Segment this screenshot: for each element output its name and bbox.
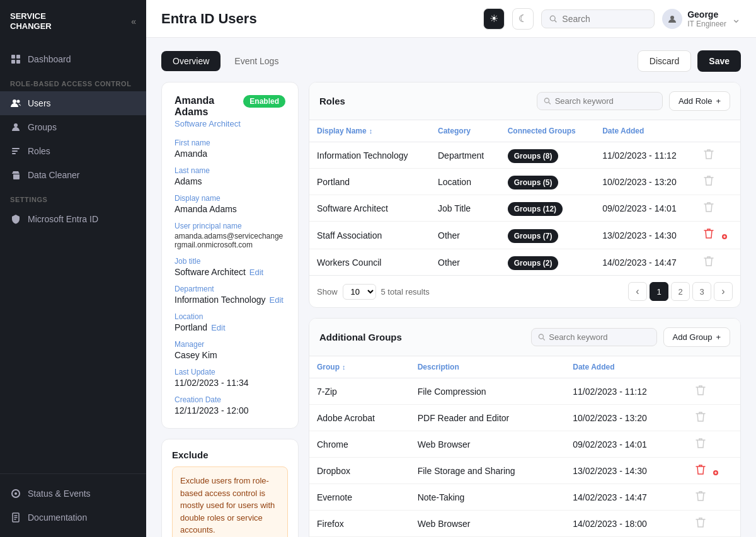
logo-area: SERVICE CHANGER « xyxy=(0,0,146,42)
role-actions xyxy=(696,222,740,249)
add-role-button[interactable]: Add Role + xyxy=(669,91,730,111)
sidebar-item-label: Documentation xyxy=(28,512,87,523)
sidebar-item-data-cleaner[interactable]: Data Cleaner xyxy=(0,163,146,187)
delete-button[interactable] xyxy=(704,178,714,188)
display-name-value: Amanda Adams xyxy=(175,204,285,214)
tabs-bar: Overview Event Logs Discard Save xyxy=(161,50,741,72)
groups-search-input[interactable] xyxy=(549,332,650,342)
users-icon xyxy=(10,98,21,109)
roles-pagination: Show 10 25 50 5 total results ‹ 1 2 xyxy=(309,275,740,307)
prev-page-button[interactable]: ‹ xyxy=(628,282,647,301)
last-name-value: Adams xyxy=(175,176,285,186)
delete-button[interactable] xyxy=(704,229,727,242)
discard-button[interactable]: Discard xyxy=(638,50,691,72)
roles-title: Roles xyxy=(319,96,345,106)
location-edit-link[interactable]: Edit xyxy=(211,323,225,332)
exclude-card: Exclude Exclude users from role-based ac… xyxy=(161,439,299,537)
rbac-section-label: ROLE-BASED ACCESS CONTROL xyxy=(0,71,146,91)
page-1-button[interactable]: 1 xyxy=(650,282,668,301)
roles-search-input[interactable] xyxy=(555,96,656,106)
sidebar-item-status-events[interactable]: Status & Events xyxy=(0,482,146,506)
sidebar-item-roles[interactable]: Roles xyxy=(0,139,146,163)
delete-button[interactable] xyxy=(696,520,706,530)
global-search-box[interactable] xyxy=(541,9,655,28)
global-search-input[interactable] xyxy=(562,14,646,24)
sidebar-item-label: Dashboard xyxy=(28,54,71,64)
user-header: Amanda Adams Software Architect Enabled xyxy=(175,95,285,128)
roles-search-box[interactable] xyxy=(537,92,663,110)
sidebar: SERVICE CHANGER « Dashboard ROLE-BASED A… xyxy=(0,0,146,537)
page-2-button[interactable]: 2 xyxy=(671,282,690,301)
user-role: IT Engineer xyxy=(687,20,726,28)
search-icon xyxy=(538,333,546,341)
group-actions xyxy=(688,458,740,484)
group-name: Evernote xyxy=(309,484,410,511)
col-actions xyxy=(688,356,740,378)
sidebar-nav: Dashboard ROLE-BASED ACCESS CONTROL User… xyxy=(0,42,146,473)
cleaner-icon xyxy=(10,169,21,181)
groups-header: Additional Groups Add Group + xyxy=(309,319,740,356)
sidebar-item-users[interactable]: Users xyxy=(0,91,146,115)
role-name: Portland xyxy=(309,169,430,195)
group-name: Firefox xyxy=(309,511,410,537)
delete-button[interactable] xyxy=(704,205,714,215)
svg-point-18 xyxy=(670,16,674,20)
sidebar-item-groups[interactable]: Groups xyxy=(0,115,146,139)
delete-button[interactable] xyxy=(696,494,706,504)
search-icon xyxy=(544,97,551,105)
col-display-name[interactable]: Display Name↕ xyxy=(309,120,430,142)
table-row: Staff Association Other Groups (7) 13/02… xyxy=(309,222,740,249)
next-page-button[interactable]: › xyxy=(714,282,733,301)
job-title-edit-link[interactable]: Edit xyxy=(249,268,263,277)
save-button[interactable]: Save xyxy=(697,50,741,72)
search-icon xyxy=(549,14,557,23)
delete-button[interactable] xyxy=(704,259,714,269)
sidebar-bottom: Status & Events Documentation xyxy=(0,473,146,537)
add-group-button[interactable]: Add Group + xyxy=(663,327,730,347)
page-3-button[interactable]: 3 xyxy=(692,282,711,301)
group-description: Note-Taking xyxy=(410,484,566,511)
sidebar-item-documentation[interactable]: Documentation xyxy=(0,506,146,529)
settings-section-label: SETTINGS xyxy=(0,187,146,207)
groups-title: Additional Groups xyxy=(319,332,402,342)
dark-mode-button[interactable]: ☾ xyxy=(512,8,534,30)
group-actions xyxy=(688,378,740,405)
sidebar-item-label: Roles xyxy=(28,146,50,156)
user-identity: Amanda Adams Software Architect xyxy=(175,95,243,128)
left-panel: Amanda Adams Software Architect Enabled … xyxy=(161,82,299,537)
show-select[interactable]: 10 25 50 xyxy=(343,284,376,300)
group-description: File Storage and Sharing xyxy=(410,458,566,484)
table-row: Software Architect Job Title Groups (12)… xyxy=(309,195,740,222)
role-category: Location xyxy=(430,169,500,195)
group-actions xyxy=(688,511,740,537)
sidebar-item-microsoft-entra[interactable]: Microsoft Entra ID xyxy=(0,207,146,231)
status-badge: Enabled xyxy=(243,95,285,108)
light-mode-button[interactable]: ☀ xyxy=(483,8,505,30)
groups-header-right: Add Group + xyxy=(531,327,730,347)
last-name-label: Last name xyxy=(175,166,285,175)
groups-search-box[interactable] xyxy=(531,328,657,346)
svg-line-17 xyxy=(554,20,556,22)
user-job-title-display: Software Architect xyxy=(175,119,243,128)
delete-button[interactable] xyxy=(696,388,706,398)
location-value: PortlandEdit xyxy=(175,322,285,332)
group-name: Dropbox xyxy=(309,458,410,484)
table-row: 7-Zip File Compression 11/02/2023 - 11:1… xyxy=(309,378,740,405)
department-edit-link[interactable]: Edit xyxy=(270,295,284,305)
delete-button[interactable] xyxy=(696,467,718,477)
svg-point-5 xyxy=(17,100,20,103)
sidebar-item-dashboard[interactable]: Dashboard xyxy=(0,47,146,71)
delete-button[interactable] xyxy=(704,152,714,162)
group-name: 7-Zip xyxy=(309,378,410,405)
col-group[interactable]: Group↕ xyxy=(309,356,410,378)
delete-button[interactable] xyxy=(696,441,706,451)
tab-group: Overview Event Logs xyxy=(161,51,290,71)
tab-event-logs[interactable]: Event Logs xyxy=(223,51,290,71)
role-date: 11/02/2023 - 11:12 xyxy=(595,142,696,169)
user-menu[interactable]: George IT Engineer ⌄ xyxy=(662,9,741,29)
delete-button[interactable] xyxy=(696,414,706,424)
tab-overview[interactable]: Overview xyxy=(161,51,220,71)
header: Entra ID Users ☀ ☾ George IT Engineer ⌄ xyxy=(146,0,756,38)
role-groups: Groups (8) xyxy=(500,142,595,169)
collapse-sidebar-button[interactable]: « xyxy=(131,16,136,26)
